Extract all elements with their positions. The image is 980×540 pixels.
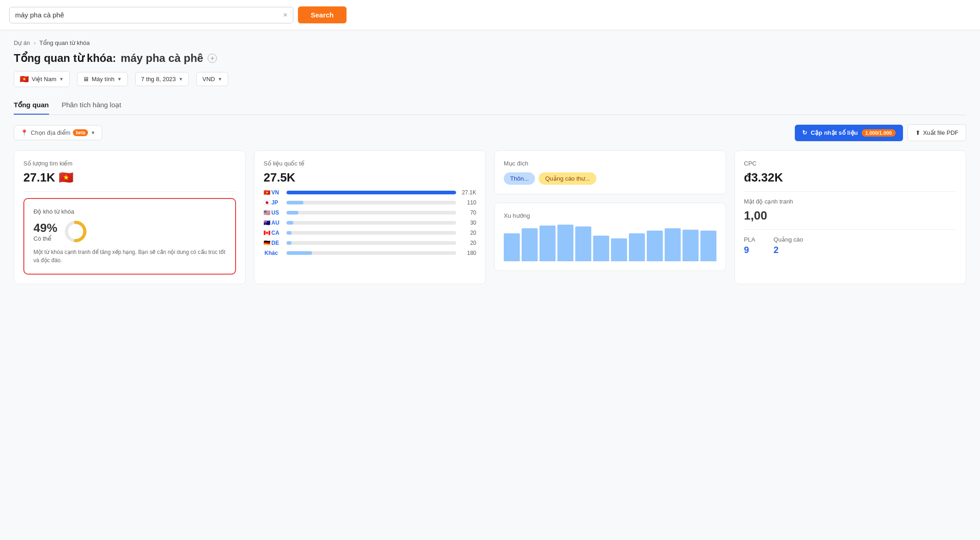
trend-bar [629,233,645,261]
ads-value: 2 [774,245,803,255]
intl-row: 🇦🇺 AU 30 [264,220,476,226]
intl-value: 110 [460,199,476,206]
trend-label: Xu hướng [504,212,716,219]
currency-filter[interactable]: VND ▼ [196,72,228,86]
intl-flag: 🇦🇺 [264,220,270,226]
intl-bar [286,231,292,235]
intl-code: CA [271,230,279,236]
intl-country-code: 🇨🇦 CA [264,230,283,236]
intl-country-code: 🇺🇸 US [264,209,283,216]
location-button[interactable]: 📍 Chọn địa điểm beta ▼ [14,125,102,140]
location-chevron: ▼ [91,130,95,135]
search-input[interactable] [15,11,280,19]
purpose-trend-column: Mục đích Thôn... Quảng cáo thư... Xu hướ… [494,150,726,284]
intl-code: DE [271,240,279,246]
intl-bar-wrap [286,241,456,245]
page-title: Tổng quan từ khóa: máy pha cà phê + [14,52,966,65]
tabs: Tổng quan Phân tích hàng loạt [14,96,966,115]
update-button[interactable]: ↻ Cập nhật số liệu 1.000/1.000 [795,125,903,141]
difficulty-sub: Có thể [33,235,57,242]
pla-item: PLA 9 [744,236,755,255]
search-volume-value: 27.1K 🇻🇳 [23,171,236,185]
intl-flag: 🇯🇵 [264,199,270,206]
filter-row: 🇻🇳 Việt Nam ▼ 🖥 Máy tính ▼ 7 thg 8, 2023… [14,71,966,87]
intl-value: 20 [460,240,476,246]
search-button[interactable]: Search [298,6,347,23]
trend-card: Xu hướng [494,203,726,271]
export-button[interactable]: ⬆ Xuất file PDF [908,124,966,141]
clear-icon[interactable]: × [283,11,287,19]
purpose-tag-1[interactable]: Quảng cáo thư... [539,172,596,185]
search-volume-label: Số lượng tìm kiếm [23,160,236,167]
trend-bar [557,225,573,261]
intl-code: US [271,209,279,216]
search-input-wrapper: × [9,7,293,23]
intl-code: JP [271,199,278,206]
action-bar: 📍 Chọn địa điểm beta ▼ ↻ Cập nhật số liệ… [14,124,966,141]
ads-item: Quảng cáo 2 [774,236,803,255]
date-label: 7 thg 8, 2023 [141,76,176,83]
trend-bar [611,238,627,261]
country-label: Việt Nam [32,76,56,83]
difficulty-desc: Một từ khóa cạnh tranh để tăng xếp hạng.… [33,248,226,264]
intl-country-code: 🇩🇪 DE [264,240,283,246]
intl-bar [286,221,293,225]
export-label: Xuất file PDF [923,129,958,136]
tab-overview[interactable]: Tổng quan [14,96,49,115]
trend-bar [683,230,699,261]
intl-bar [286,211,298,215]
pla-row: PLA 9 Quảng cáo 2 [744,236,957,255]
country-flag: 🇻🇳 [20,75,29,83]
intl-country-code: 🇻🇳 VN [264,189,283,196]
cpc-label: CPC [744,160,957,167]
intl-bar [286,241,292,245]
currency-label: VND [202,76,215,83]
beta-badge: beta [73,129,88,136]
purpose-tag-0[interactable]: Thôn... [504,172,535,185]
pla-label: PLA [744,236,755,243]
date-chevron: ▼ [179,77,183,82]
international-rows: 🇻🇳 VN 27.1K 🇯🇵 JP 110 🇺🇸 US [264,189,476,256]
competition-label: Mật độ cạnh tranh [744,198,957,205]
tab-bulk[interactable]: Phân tích hàng loạt [62,96,121,115]
competition-value: 1,00 [744,209,957,223]
device-icon: 🖥 [83,76,89,83]
intl-value: 30 [460,220,476,226]
intl-flag: 🇨🇦 [264,230,270,236]
intl-bar-wrap [286,231,456,235]
intl-value: 70 [460,209,476,216]
trend-bar [575,226,591,261]
intl-flag: 🇩🇪 [264,240,270,246]
difficulty-donut [64,220,88,243]
breadcrumb-current: Tổng quan từ khóa [39,39,90,46]
trend-bar [522,228,538,261]
ads-label: Quảng cáo [774,236,803,243]
device-filter[interactable]: 🖥 Máy tính ▼ [77,72,128,86]
intl-row: 🇺🇸 US 70 [264,209,476,216]
intl-flag: 🇺🇸 [264,209,270,216]
purpose-card: Mục đích Thôn... Quảng cáo thư... [494,150,726,194]
intl-code: Khác [264,250,278,256]
intl-bar [286,201,303,204]
intl-bar [286,191,456,194]
search-volume-card: Số lượng tìm kiếm 27.1K 🇻🇳 Độ khó từ khó… [14,150,246,284]
page-title-keyword: máy pha cà phê [121,52,203,65]
location-label: Chọn địa điểm [31,129,70,136]
international-value: 27.5K [264,171,476,185]
intl-bar-wrap [286,201,456,204]
refresh-icon: ↻ [802,129,807,136]
intl-row: 🇨🇦 CA 20 [264,230,476,236]
international-card: Số liệu quốc tế 27.5K 🇻🇳 VN 27.1K 🇯🇵 JP … [254,150,486,284]
breadcrumb-parent[interactable]: Dự án [14,39,30,46]
intl-value: 180 [460,250,476,256]
add-keyword-icon[interactable]: + [208,54,217,63]
intl-row: Khác 180 [264,250,476,256]
cards-grid: Số lượng tìm kiếm 27.1K 🇻🇳 Độ khó từ khó… [14,150,966,284]
vn-flag: 🇻🇳 [59,171,73,185]
country-filter[interactable]: 🇻🇳 Việt Nam ▼ [14,71,70,87]
date-filter[interactable]: 7 thg 8, 2023 ▼ [135,72,189,86]
count-badge: 1.000/1.000 [862,129,896,137]
trend-bar [593,236,609,261]
difficulty-card: Độ khó từ khóa 49% Có thể Một từ khóa c [23,198,236,275]
trend-bar [540,226,556,261]
